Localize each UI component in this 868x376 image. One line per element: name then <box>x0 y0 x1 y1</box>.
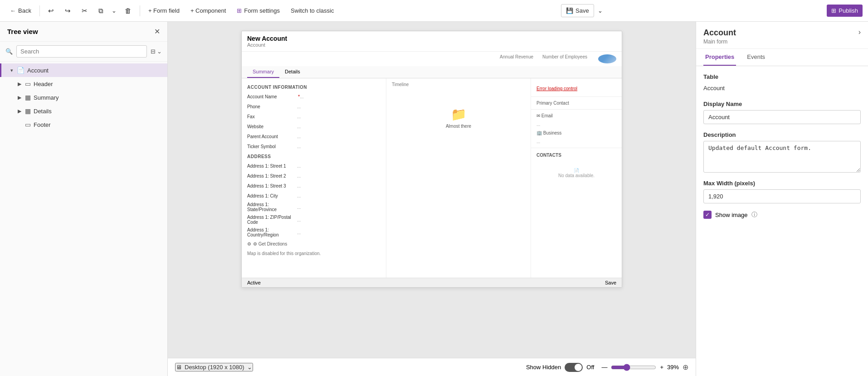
form-settings-label: Form settings <box>244 7 280 14</box>
field-city: Address 1: City ... <box>242 191 386 201</box>
details-label: Details <box>34 108 52 115</box>
save-button[interactable]: 💾 Save <box>561 4 594 17</box>
search-icon: 🔍 <box>5 48 13 55</box>
save-icon: 💾 <box>566 7 573 14</box>
filter-chevron-icon: ⌄ <box>157 48 162 55</box>
tab-events[interactable]: Events <box>745 49 767 66</box>
zoom-controls: — + 39% ⊕ <box>601 363 688 371</box>
form-col-right: Error loading control Primary Contact ✉ … <box>531 78 622 278</box>
tab-properties[interactable]: Properties <box>703 49 736 66</box>
cut-button[interactable]: ✂ <box>77 4 92 18</box>
zoom-fit-button[interactable]: ⊕ <box>683 363 688 371</box>
details-expand-button[interactable]: ▶ <box>16 108 23 114</box>
show-image-row: ✓ Show image ⓘ <box>703 211 861 219</box>
business-icon: 🏢 <box>536 130 542 135</box>
toggle-state-label: Off <box>586 364 594 371</box>
undo-button[interactable]: ↩ <box>44 4 59 18</box>
tree-item-account[interactable]: ▾ 📄 Account <box>0 63 167 77</box>
form-settings-icon: ⊞ <box>237 7 242 14</box>
form-tab-details[interactable]: Details <box>279 66 306 78</box>
right-panel-title: Account <box>703 28 736 38</box>
header-expand-button[interactable]: ▶ <box>16 81 23 87</box>
show-image-checkbox[interactable]: ✓ <box>703 211 712 219</box>
save-label: Save <box>575 7 589 14</box>
timeline-text: Almost there <box>446 124 471 129</box>
right-panel-subtitle: Main form <box>703 39 736 45</box>
show-hidden-toggle[interactable] <box>565 363 583 372</box>
tree-item-footer[interactable]: ▭ Footer <box>0 118 167 131</box>
email-field-right: ✉ Email <box>531 111 622 120</box>
summary-label: Summary <box>34 94 59 101</box>
form-tab-summary[interactable]: Summary <box>247 66 279 78</box>
annual-revenue-label: Annual Revenue <box>500 54 533 63</box>
table-value: Account <box>703 83 861 93</box>
canvas-area: New Account Account Annual Revenue Numbe… <box>168 22 696 376</box>
toggle-slider <box>565 363 583 372</box>
form-preview-title: New Account <box>247 35 616 42</box>
table-label: Table <box>703 73 861 80</box>
timeline-label: Timeline <box>386 78 531 91</box>
description-textarea[interactable]: Updated default Account form. <box>703 141 861 173</box>
redo-icon: ↪ <box>65 7 71 15</box>
get-directions-icon: ⚙ <box>247 241 251 246</box>
footer-save: Save <box>605 280 616 285</box>
max-width-input[interactable] <box>703 189 861 203</box>
summary-expand-button[interactable]: ▶ <box>16 95 23 101</box>
switch-classic-button[interactable]: Switch to classic <box>286 5 338 17</box>
tree-close-button[interactable]: ✕ <box>154 27 160 36</box>
search-input[interactable] <box>16 45 147 58</box>
redo-button[interactable]: ↪ <box>60 4 75 18</box>
add-form-field-button[interactable]: + Form field <box>144 5 184 17</box>
field-street3: Address 1: Street 3 ... <box>242 181 386 191</box>
publish-label: Publish <box>839 7 858 14</box>
field-parent-account: Parent Account ... <box>242 131 386 141</box>
right-panel: Account Main form › Properties Events Ta… <box>696 22 868 376</box>
employee-count-label: Number of Employees <box>542 54 587 63</box>
tree-item-details[interactable]: ▶ ▦ Details <box>0 104 167 118</box>
right-panel-tabs: Properties Events <box>696 49 868 66</box>
right-panel-chevron-button[interactable]: › <box>858 28 861 36</box>
device-selector-button[interactable]: 🖥 Desktop (1920 x 1080) ⌄ <box>175 363 253 371</box>
copy-chevron-button[interactable]: ⌄ <box>110 5 118 17</box>
main-layout: Tree view ✕ 🔍 ⊟ ⌄ ▾ 📄 Account ▶ ▭ Header <box>0 22 868 376</box>
chart-thumbnail <box>598 54 616 63</box>
account-expand-button[interactable]: ▾ <box>9 67 15 73</box>
form-preview-header: New Account Account <box>242 31 622 52</box>
back-button[interactable]: ← Back <box>5 5 36 17</box>
business-field-right: 🏢 Business <box>531 129 622 137</box>
show-hidden-controls: Show Hidden Off <box>526 363 594 372</box>
back-arrow-icon: ← <box>10 7 16 14</box>
form-preview: New Account Account Annual Revenue Numbe… <box>241 31 622 288</box>
tree-item-header[interactable]: ▶ ▭ Header <box>0 77 167 91</box>
copy-button[interactable]: ⧉ <box>94 4 108 18</box>
toolbar: ← Back ↩ ↪ ✂ ⧉ ⌄ 🗑 + Form field + Compon… <box>0 0 868 22</box>
cut-icon: ✂ <box>82 7 88 15</box>
show-image-info-icon[interactable]: ⓘ <box>751 211 757 219</box>
save-chevron-button[interactable]: ⌄ <box>596 5 605 17</box>
display-name-label: Display Name <box>703 101 861 107</box>
form-settings-button[interactable]: ⊞ Form settings <box>232 5 284 17</box>
tree-search-bar: 🔍 ⊟ ⌄ <box>0 42 167 62</box>
publish-icon: ⊞ <box>831 7 836 14</box>
error-link[interactable]: Error loading control <box>536 86 577 91</box>
email-value: ... <box>531 120 622 129</box>
add-component-button[interactable]: + Component <box>186 5 230 17</box>
form-col-mid: Timeline 📁 Almost there <box>386 78 531 278</box>
display-name-input[interactable] <box>703 110 861 124</box>
tree-item-summary[interactable]: ▶ ▦ Summary <box>0 91 167 104</box>
delete-button[interactable]: 🗑 <box>120 4 136 17</box>
zoom-min-icon: — <box>601 364 607 371</box>
publish-button[interactable]: ⊞ Publish <box>827 5 863 17</box>
copy-icon: ⧉ <box>98 7 103 15</box>
no-data-text: No data available. <box>558 173 595 178</box>
field-zip: Address 1: ZIP/Postal Code ... <box>242 213 386 226</box>
form-preview-tabs: Summary Details <box>242 66 622 78</box>
form-preview-body: ACCOUNT INFORMATION Account Name * ... P… <box>242 78 622 278</box>
status-bar: 🖥 Desktop (1920 x 1080) ⌄ Show Hidden Of… <box>168 358 696 376</box>
footer-section-icon: ▭ <box>25 121 31 128</box>
account-form-icon: 📄 <box>17 67 24 74</box>
filter-button[interactable]: ⊟ ⌄ <box>151 48 162 55</box>
zoom-slider[interactable] <box>611 364 656 371</box>
desktop-icon: 🖥 <box>176 364 182 371</box>
business-value: ... <box>531 137 622 146</box>
